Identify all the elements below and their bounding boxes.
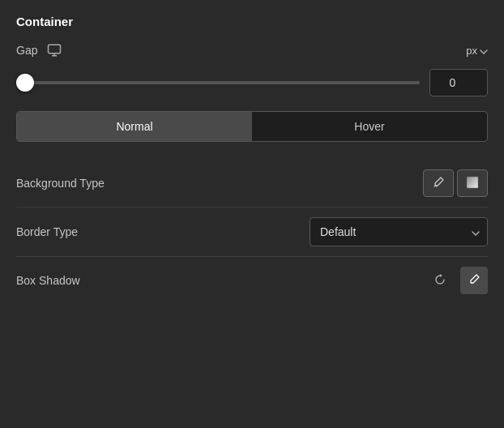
gap-label-group: Gap [16,43,62,58]
svg-rect-0 [49,45,61,54]
box-shadow-label: Box Shadow [16,274,80,287]
background-type-row: Background Type [16,160,488,208]
box-shadow-reset-button[interactable] [426,267,454,294]
background-type-label: Background Type [16,177,105,190]
unit-label: px [466,45,477,57]
monitor-icon [47,43,62,58]
gap-row: Gap px [16,43,488,58]
background-type-brush-btn[interactable] [423,169,454,197]
reset-icon [434,273,446,289]
border-type-row: Border Type Default None Solid Dashed Do… [16,208,488,257]
slider-track [16,81,420,84]
border-type-select[interactable]: Default None Solid Dashed Dotted Double … [310,217,488,246]
box-shadow-controls [426,267,488,294]
background-type-gradient-btn[interactable] [457,169,488,197]
brush-icon [432,176,445,191]
gradient-icon [466,176,479,191]
panel-title: Container [16,15,488,28]
container-panel: Container Gap px [0,0,504,319]
box-shadow-row: Box Shadow [16,257,488,304]
gap-slider-row [16,69,488,96]
box-shadow-edit-button[interactable] [460,267,488,294]
edit-icon [468,273,481,289]
slider-thumb[interactable] [16,74,34,92]
border-type-select-wrapper: Default None Solid Dashed Dotted Double … [310,217,488,246]
tab-hover[interactable]: Hover [252,112,487,141]
chevron-down-icon [480,45,488,57]
gap-number-input[interactable] [429,69,488,96]
state-tabs: Normal Hover [16,111,488,142]
tab-normal[interactable]: Normal [17,112,252,141]
gap-slider-container[interactable] [16,71,420,95]
gap-label: Gap [16,44,37,57]
border-type-label: Border Type [16,225,78,238]
background-type-controls [423,169,488,197]
svg-rect-3 [467,177,478,188]
unit-selector[interactable]: px [466,45,488,57]
